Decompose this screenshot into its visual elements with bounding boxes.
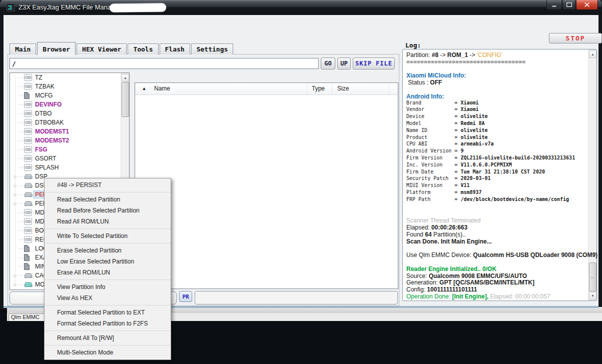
sort-arrow-icon[interactable]: ▲ <box>135 83 153 94</box>
scroll-down-icon[interactable]: ▼ <box>589 292 596 300</box>
tree-connector <box>19 104 23 105</box>
scrollbar-thumb[interactable] <box>589 262 596 292</box>
app-icon <box>7 4 15 12</box>
menu-item-format-selected-partition-to-ext[interactable]: Format Selected Partition to EXT <box>45 307 171 318</box>
log-line <box>406 244 584 252</box>
tree-item-modemst2[interactable]: MODEMST2 <box>10 136 129 145</box>
maximize-button[interactable] <box>562 0 575 10</box>
tree-item-tz[interactable]: TZ <box>10 73 129 82</box>
tree-item-fsg[interactable]: FSG <box>10 145 129 154</box>
partition-icon <box>24 119 33 126</box>
log-line <box>406 210 584 217</box>
menu-item-read-all-rom-lun[interactable]: Read All ROM/LUN <box>45 216 171 227</box>
close-button[interactable] <box>576 0 598 10</box>
partition-icon <box>24 155 33 162</box>
menu-item-remount-all-to-r-w[interactable]: Remount All To [R/W] <box>45 332 171 344</box>
drive-icon <box>24 173 33 180</box>
log-line <box>406 258 584 266</box>
log-line: Name ID = olivelite <box>406 128 584 134</box>
expand-arrow-icon[interactable]: ▷ <box>12 184 19 188</box>
tab-settings[interactable]: Settings <box>191 44 234 54</box>
log-scrollbar[interactable]: ▲ ▼ <box>588 50 596 300</box>
file-icon <box>24 92 33 99</box>
tree-connector <box>19 78 23 78</box>
file-icon <box>24 254 33 261</box>
tree-connector <box>19 140 23 141</box>
tree-item-modemst1[interactable]: MODEMST1 <box>10 127 129 136</box>
tree-item-dtbo[interactable]: DTBO <box>10 109 129 118</box>
go-button[interactable]: GO <box>321 58 335 70</box>
tree-connector <box>19 230 23 231</box>
partition-icon <box>24 128 33 135</box>
expand-arrow-icon[interactable]: ▷ <box>12 274 19 278</box>
menu-item-low-erase-selected-partition[interactable]: Low Erase Selected Partition <box>45 256 171 267</box>
up-button[interactable]: UP <box>337 58 351 70</box>
tree-connector <box>19 96 23 96</box>
log-line: ================================== <box>406 58 584 66</box>
menu-item-multi-selection-mode[interactable]: Multi-Selection Mode <box>45 347 171 358</box>
tree-item-splash[interactable]: SPLASH <box>10 163 129 172</box>
tree-item-dtbobak[interactable]: DTBOBAK <box>10 118 129 127</box>
tree-item-tzbak[interactable]: TZBAK <box>10 82 129 91</box>
tree-item-gsort[interactable]: GSORT <box>10 154 129 163</box>
pr-button[interactable]: PR <box>179 291 192 302</box>
menu-separator <box>45 192 170 192</box>
expand-arrow-icon[interactable]: ▷ <box>12 192 19 197</box>
tree-item-label: DTBOBAK <box>33 118 66 126</box>
log-line: Found 64 Partition(s).. <box>406 231 584 238</box>
skip-file-button[interactable]: SKIP FILE <box>353 58 395 70</box>
menu-item-erase-all-rom-lun[interactable]: Erase All ROM/LUN <box>45 267 171 278</box>
expand-arrow-icon[interactable]: ▷ <box>12 174 19 179</box>
log-line: Source: Qualcomm 9008 EMMC/UFS/AUTO <box>406 272 584 280</box>
menu-item-read-before-selected-partition[interactable]: Read Before Selected Partition <box>45 205 171 216</box>
tree-connector <box>19 258 23 258</box>
menu-separator <box>45 243 170 244</box>
tree-item-label: TZ <box>33 74 45 82</box>
log-content: Partition: #8 -> ROM_1 -> 'CONFIG'======… <box>406 52 584 300</box>
scroll-up-icon[interactable]: ▲ <box>589 50 596 58</box>
drive-icon <box>24 191 33 198</box>
log-line: Vendor = Xiaomi <box>406 106 584 114</box>
log-line: Platform = msm8937 <box>406 190 584 196</box>
file-list-panel: ▲ Name Type Size <box>135 82 398 289</box>
tab-hex-viewer[interactable]: HEX Viewer <box>77 44 127 54</box>
menu-item-read-selected-partition[interactable]: Read Selected Partition <box>45 194 171 205</box>
partition-icon <box>24 164 33 171</box>
minimize-button[interactable] <box>546 0 562 10</box>
tab-tools[interactable]: Tools <box>128 44 158 54</box>
context-menu-header: #48 -> PERSIST <box>45 180 171 190</box>
partition-icon <box>24 236 33 243</box>
title-bar[interactable]: Z3X EasyJtag EMMC File Manager v <box>0 0 602 15</box>
menu-separator <box>45 345 170 346</box>
tree-item-label: MODEMST1 <box>33 128 71 136</box>
column-header-name[interactable]: Name <box>153 83 307 94</box>
menu-item-write-to-selected-partition[interactable]: Write To Selected Partition <box>45 230 171 242</box>
desktop: Z3X EasyJtag EMMC File Manager v STOP Ma… <box>0 0 602 364</box>
tree-connector <box>19 276 23 276</box>
expand-arrow-icon[interactable]: ▷ <box>12 202 19 206</box>
expand-arrow-icon[interactable]: ▷ <box>12 282 19 287</box>
tab-flash[interactable]: Flash <box>160 44 190 54</box>
partition-icon <box>24 209 33 216</box>
tree-connector <box>19 122 23 123</box>
stop-button[interactable]: STOP <box>549 33 602 44</box>
scrollbar-thumb[interactable] <box>122 82 129 117</box>
log-line: Android Version = 9 <box>406 148 584 155</box>
menu-item-format-selected-partition-to-f2fs[interactable]: Format Selected Partition to F2FS <box>45 318 171 329</box>
tab-browser[interactable]: Browser <box>37 42 76 55</box>
tab-main[interactable]: Main <box>10 44 36 54</box>
menu-item-erase-selected-partition[interactable]: Erase Selected Partition <box>45 245 171 256</box>
log-line: Product = olivelite <box>406 134 584 142</box>
tree-item-mcfg[interactable]: MCFG <box>10 91 129 100</box>
tree-connector <box>19 168 23 168</box>
column-header-type[interactable]: Type <box>307 83 332 94</box>
log-line: Scanner Thread Terminated <box>406 217 584 224</box>
file-icon <box>24 245 33 252</box>
thumb-grip <box>591 276 594 278</box>
path-input[interactable] <box>10 58 319 69</box>
tree-item-devinfo[interactable]: DEVINFO <box>10 100 129 109</box>
menu-item-view-as-hex[interactable]: View As HEX <box>45 292 171 304</box>
scroll-up-icon[interactable]: ▲ <box>122 74 129 82</box>
column-header-size[interactable]: Size <box>332 83 389 94</box>
menu-item-view-partition-info[interactable]: View Partition Info <box>45 282 171 292</box>
